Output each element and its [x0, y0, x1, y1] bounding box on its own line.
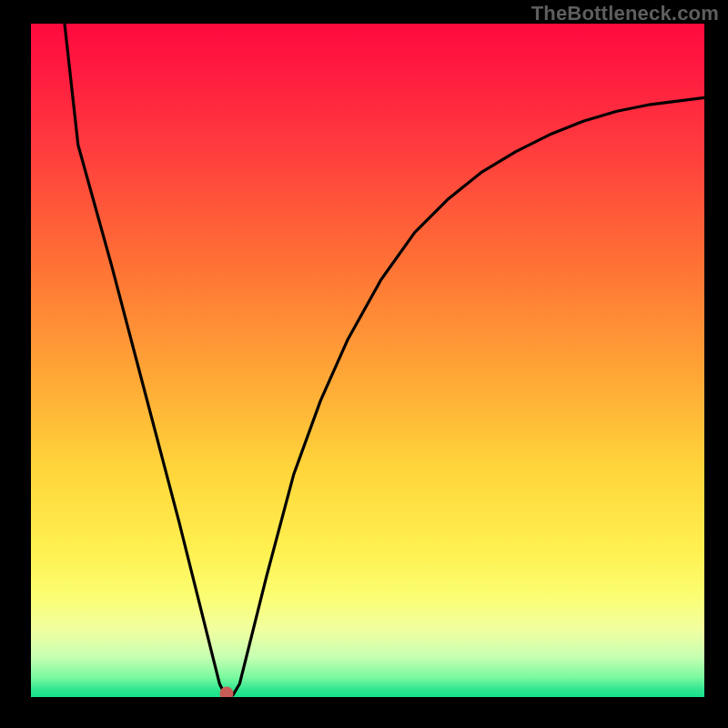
marker-dot [219, 687, 233, 697]
curve-line [31, 24, 704, 697]
plot-area [31, 24, 704, 697]
watermark-text: TheBottleneck.com [531, 2, 719, 25]
chart-frame: TheBottleneck.com [0, 0, 728, 728]
curve-path [65, 24, 704, 697]
